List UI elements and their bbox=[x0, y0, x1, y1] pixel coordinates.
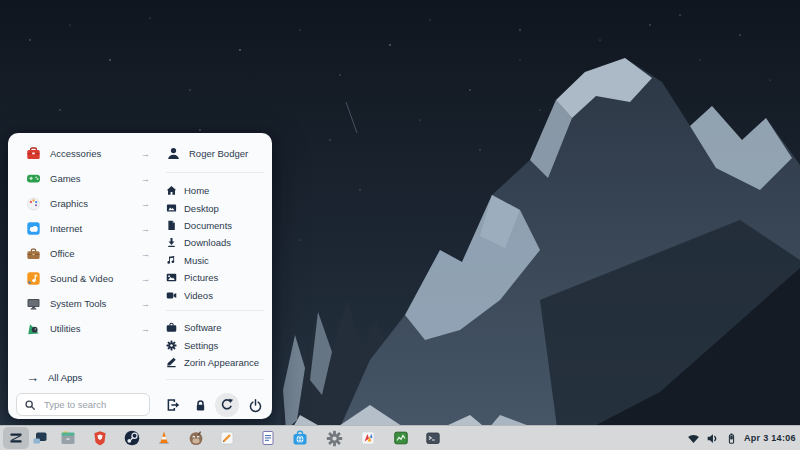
category-office[interactable]: Office → bbox=[16, 241, 158, 266]
place-videos[interactable]: Videos bbox=[166, 286, 270, 303]
separator bbox=[166, 310, 264, 311]
monitor-icon bbox=[26, 296, 41, 311]
arrow-right-icon: → bbox=[141, 324, 150, 334]
user-account-button[interactable]: Roger Bodger bbox=[166, 141, 270, 166]
restart-icon bbox=[219, 397, 235, 413]
taskbar: Apr 3 14:06 bbox=[0, 425, 800, 450]
category-internet[interactable]: Internet → bbox=[16, 216, 158, 241]
category-label: Sound & Video bbox=[50, 273, 113, 284]
taskbar-media-app[interactable] bbox=[359, 429, 377, 447]
desktop-icon bbox=[166, 203, 177, 214]
settings-item[interactable]: Settings bbox=[166, 336, 270, 353]
category-accessories[interactable]: Accessories → bbox=[16, 141, 158, 166]
taskbar-files[interactable] bbox=[59, 429, 77, 447]
toolbox-icon bbox=[26, 146, 41, 161]
restart-button[interactable] bbox=[215, 393, 239, 417]
appearance-brush-icon bbox=[166, 357, 177, 368]
arrow-right-icon: → bbox=[141, 249, 150, 259]
cloud-icon bbox=[26, 221, 41, 236]
speaker-icon bbox=[705, 431, 719, 445]
taskbar-software-store[interactable] bbox=[291, 429, 309, 447]
category-games[interactable]: Games → bbox=[16, 166, 158, 191]
gear-icon bbox=[166, 340, 177, 351]
arrow-right-icon: → bbox=[141, 299, 150, 309]
logout-icon bbox=[165, 397, 181, 413]
separator bbox=[166, 172, 264, 173]
place-pictures[interactable]: Pictures bbox=[166, 269, 270, 286]
place-documents[interactable]: Documents bbox=[166, 217, 270, 234]
taskbar-text-editor[interactable] bbox=[218, 429, 236, 447]
file-cabinet-icon bbox=[59, 429, 77, 447]
media-burst-icon bbox=[359, 429, 377, 447]
all-apps-button[interactable]: → All Apps bbox=[16, 365, 158, 390]
arrow-right-icon: → bbox=[141, 274, 150, 284]
place-home[interactable]: Home bbox=[166, 182, 270, 199]
taskbar-steam[interactable] bbox=[123, 429, 141, 447]
category-label: Utilities bbox=[50, 323, 81, 334]
taskbar-writer[interactable] bbox=[259, 429, 277, 447]
software-bag-icon bbox=[166, 322, 177, 333]
taskbar-system-monitor[interactable] bbox=[392, 429, 410, 447]
pencil-doc-icon bbox=[218, 429, 236, 447]
power-off-button[interactable] bbox=[243, 393, 267, 417]
search-box[interactable] bbox=[16, 393, 150, 416]
battery-icon bbox=[724, 431, 738, 445]
taskbar-gimp[interactable] bbox=[187, 429, 205, 447]
system-list: Software Settings Zorin Appearance bbox=[166, 319, 270, 371]
taskbar-clock[interactable]: Apr 3 14:06 bbox=[744, 426, 796, 450]
download-icon bbox=[166, 237, 177, 248]
taskbar-zorin-menu-button[interactable] bbox=[3, 427, 29, 449]
writer-doc-icon bbox=[259, 429, 277, 447]
category-label: Accessories bbox=[50, 148, 101, 159]
search-input[interactable] bbox=[42, 398, 142, 411]
power-icon bbox=[248, 398, 263, 413]
software-item[interactable]: Software bbox=[166, 319, 270, 336]
tray-network-button[interactable] bbox=[686, 431, 701, 446]
windows-icon bbox=[31, 429, 49, 447]
arrow-right-icon: → bbox=[141, 224, 150, 234]
taskbar-vlc[interactable] bbox=[155, 429, 173, 447]
category-utilities[interactable]: Utilities → bbox=[16, 316, 158, 341]
picture-icon bbox=[166, 272, 177, 283]
zorin-appearance-item[interactable]: Zorin Appearance bbox=[166, 354, 270, 371]
taskbar-window-switcher[interactable] bbox=[31, 429, 49, 447]
category-label: Games bbox=[50, 173, 81, 184]
zorin-logo-icon bbox=[7, 429, 25, 447]
user-name: Roger Bodger bbox=[189, 148, 248, 159]
place-music[interactable]: Music bbox=[166, 252, 270, 269]
lock-screen-button[interactable] bbox=[188, 393, 212, 417]
taskbar-settings[interactable] bbox=[325, 429, 343, 447]
category-graphics[interactable]: Graphics → bbox=[16, 191, 158, 216]
taskbar-brave-browser[interactable] bbox=[91, 429, 109, 447]
taskbar-terminal[interactable] bbox=[424, 429, 442, 447]
gimp-icon bbox=[187, 429, 205, 447]
logout-button[interactable] bbox=[161, 393, 185, 417]
brave-lion-icon bbox=[91, 429, 109, 447]
user-icon bbox=[166, 146, 181, 161]
places-list: Home Desktop Documents Downloads Music bbox=[166, 182, 270, 304]
gear-icon bbox=[326, 430, 343, 447]
document-icon bbox=[166, 220, 177, 231]
monitor-graph-icon bbox=[392, 429, 410, 447]
arrow-right-icon: → bbox=[26, 371, 39, 384]
category-label: Internet bbox=[50, 223, 82, 234]
category-sound-video[interactable]: Sound & Video → bbox=[16, 266, 158, 291]
arrow-right-icon: → bbox=[141, 199, 150, 209]
separator bbox=[166, 379, 264, 380]
arrow-right-icon: → bbox=[141, 149, 150, 159]
vlc-cone-icon bbox=[155, 429, 173, 447]
software-bag-icon bbox=[291, 429, 309, 447]
home-icon bbox=[166, 185, 177, 196]
lock-icon bbox=[193, 398, 208, 413]
all-apps-label: All Apps bbox=[48, 372, 82, 383]
category-label: System Tools bbox=[50, 298, 106, 309]
place-desktop[interactable]: Desktop bbox=[166, 199, 270, 216]
category-system-tools[interactable]: System Tools → bbox=[16, 291, 158, 316]
steam-icon bbox=[123, 429, 141, 447]
arrow-right-icon: → bbox=[141, 174, 150, 184]
briefcase-icon bbox=[26, 246, 41, 261]
tray-battery-button[interactable] bbox=[724, 431, 739, 446]
category-label: Office bbox=[50, 248, 75, 259]
tray-volume-button[interactable] bbox=[705, 431, 720, 446]
place-downloads[interactable]: Downloads bbox=[166, 234, 270, 251]
